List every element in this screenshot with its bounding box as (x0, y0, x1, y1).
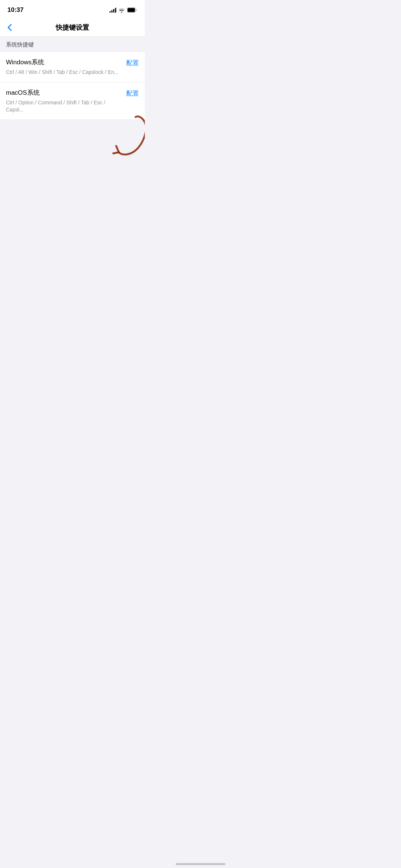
section-header: 系统快捷键 (0, 37, 145, 52)
wifi-icon (118, 8, 125, 13)
item-title-windows: Windows系统 (6, 58, 120, 66)
page-title: 快捷键设置 (56, 23, 89, 32)
list-item-windows[interactable]: Windows系统 Ctrl / Alt / Win / Shift / Tab… (0, 52, 145, 82)
main-content-area (0, 120, 145, 343)
item-subtitle-windows: Ctrl / Alt / Win / Shift / Tab / Esc / C… (6, 69, 120, 76)
back-button[interactable] (6, 22, 13, 33)
item-content-macos: macOS系统 Ctrl / Option / Command / Shift … (6, 88, 120, 114)
status-bar: 10:37 (0, 0, 145, 19)
configure-button-macos[interactable]: 配置 (126, 88, 139, 98)
battery-icon (127, 7, 137, 13)
item-content-windows: Windows系统 Ctrl / Alt / Win / Shift / Tab… (6, 58, 120, 76)
nav-bar: 快捷键设置 (0, 19, 145, 37)
signal-icon (110, 7, 116, 13)
configure-button-windows[interactable]: 配置 (126, 58, 139, 67)
item-subtitle-macos: Ctrl / Option / Command / Shift / Tab / … (6, 99, 120, 114)
list-item-macos[interactable]: macOS系统 Ctrl / Option / Command / Shift … (0, 82, 145, 120)
svg-rect-1 (128, 8, 135, 12)
item-title-macos: macOS系统 (6, 88, 120, 97)
status-icons (110, 7, 137, 13)
status-time: 10:37 (7, 6, 23, 14)
list-container: Windows系统 Ctrl / Alt / Win / Shift / Tab… (0, 52, 145, 120)
